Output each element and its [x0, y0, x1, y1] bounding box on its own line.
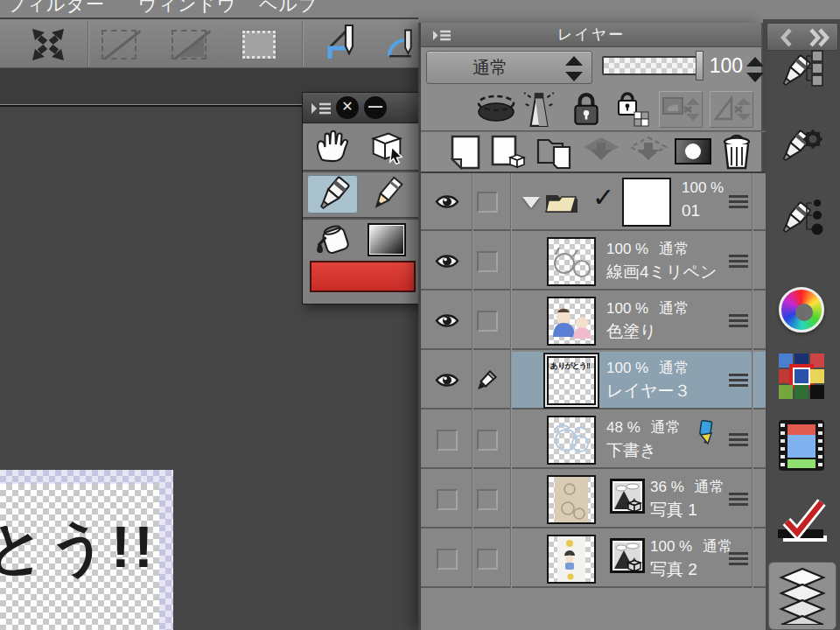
- canvas-document[interactable]: とう!!: [0, 470, 173, 630]
- delete-layer-button[interactable]: [722, 133, 752, 170]
- layer-menu-handle[interactable]: [729, 314, 748, 317]
- layer-row-lineart[interactable]: 100 %通常 線画4ミリペン: [421, 233, 766, 290]
- layer-thumbnail[interactable]: [547, 535, 596, 584]
- color-slider-palette-button[interactable]: [763, 420, 840, 471]
- snap-special-ruler-button[interactable]: [385, 24, 418, 65]
- lock-layer-button[interactable]: [570, 91, 603, 128]
- layer-row-photo2[interactable]: 100 %通常 写真 2: [421, 530, 766, 588]
- lock-transparent-icon: [615, 91, 650, 128]
- canvas-transparent-area[interactable]: とう!!: [0, 484, 159, 630]
- layer-palette-button-active[interactable]: [768, 562, 836, 630]
- blend-mode-spinner[interactable]: [565, 56, 583, 81]
- layer-menu-handle[interactable]: [729, 493, 748, 495]
- gradient-tool[interactable]: [361, 220, 412, 259]
- layer-blend: 通常: [703, 538, 731, 555]
- fill-tool[interactable]: [307, 220, 358, 259]
- folder-expand-arrow[interactable]: [522, 197, 540, 208]
- layer-checkbox[interactable]: [477, 489, 498, 510]
- panel-menu-icon[interactable]: [433, 29, 451, 42]
- new-folder-button[interactable]: [536, 135, 573, 170]
- opacity-slider-handle[interactable]: [696, 51, 704, 80]
- draft-layer-icon: [695, 418, 714, 446]
- layer-checkbox[interactable]: [477, 430, 498, 451]
- thumbnail-text: ありがとう!!: [550, 360, 590, 372]
- color-wheel-palette-button[interactable]: [763, 287, 840, 332]
- merge-down-button-disabled[interactable]: [582, 136, 620, 169]
- ruler-snap-button-disabled[interactable]: [710, 91, 753, 128]
- tool-property-palette-button[interactable]: [763, 122, 840, 168]
- visibility-eye-icon[interactable]: [435, 312, 459, 332]
- tool-property-icon: [779, 122, 824, 168]
- layer-thumbnail[interactable]: [547, 297, 596, 346]
- layer-thumbnail[interactable]: [547, 475, 596, 524]
- layer-checkbox[interactable]: [477, 192, 498, 213]
- visibility-eye-icon[interactable]: [435, 372, 459, 392]
- subtool-palette-button[interactable]: [763, 47, 840, 93]
- tool-palette-titlebar[interactable]: ✕ —: [303, 93, 422, 123]
- folder-check-icon[interactable]: ✓: [592, 182, 614, 213]
- visibility-toggle-hidden[interactable]: [437, 489, 458, 510]
- layer-mask-button[interactable]: [675, 138, 711, 164]
- transfer-down-button-disabled[interactable]: [629, 136, 668, 169]
- layer-row-draft[interactable]: 48 %通常 下書き: [421, 411, 766, 469]
- folder-thumbnail[interactable]: [622, 178, 671, 227]
- opacity-slider[interactable]: [602, 56, 704, 75]
- new-vector-layer-button[interactable]: [491, 135, 526, 170]
- layer-name: 色塗り: [606, 320, 656, 343]
- pencil-tool[interactable]: [361, 175, 412, 214]
- visibility-eye-icon[interactable]: [435, 193, 459, 214]
- marker-tool-selected[interactable]: [307, 175, 358, 214]
- clip-to-layer-button[interactable]: [473, 93, 519, 126]
- object-tool[interactable]: [361, 126, 412, 164]
- layer-name: 01: [682, 201, 700, 220]
- deselect-button[interactable]: [98, 24, 140, 65]
- layer-row-coloring[interactable]: 100 %通常 色塗り: [421, 292, 766, 350]
- layer-row-photo1[interactable]: 36 %通常 写真 1: [421, 471, 766, 528]
- layer-checkbox[interactable]: [477, 549, 498, 570]
- editing-pen-icon: [475, 369, 498, 396]
- new-raster-layer-button[interactable]: [451, 135, 480, 170]
- layer-blend: 通常: [659, 241, 689, 257]
- palette-menu-icon[interactable]: [312, 102, 331, 116]
- lock-transparent-button[interactable]: [615, 91, 650, 128]
- menu-filter[interactable]: フィルター: [7, 0, 105, 17]
- visibility-toggle-hidden[interactable]: [437, 549, 458, 570]
- canvas-drawn-text: とう!!: [0, 508, 157, 587]
- auto-action-palette-button[interactable]: [763, 497, 840, 544]
- auto-action-check-icon: [774, 497, 829, 544]
- brush-size-palette-button[interactable]: [763, 194, 840, 240]
- visibility-eye-icon[interactable]: [435, 253, 459, 273]
- layer-menu-handle[interactable]: [729, 374, 748, 376]
- layer-thumbnail[interactable]: ありがとう!!: [547, 356, 596, 405]
- close-icon[interactable]: ✕: [336, 96, 359, 119]
- palette-divider: [303, 170, 424, 172]
- menu-help[interactable]: ヘルプ: [259, 0, 318, 17]
- layer-thumbnail[interactable]: [547, 416, 596, 465]
- invert-selection-button[interactable]: [168, 24, 210, 65]
- layer-thumbnail[interactable]: [547, 237, 596, 286]
- layer-opacity: 48 %: [606, 419, 640, 436]
- color-set-palette-button[interactable]: [763, 354, 840, 399]
- snap-ruler-button[interactable]: [320, 24, 362, 65]
- layer-row-layer3-selected[interactable]: ありがとう!! 100 %通常 レイヤー３: [421, 352, 766, 410]
- layer-panel-title: レイヤー: [421, 23, 761, 47]
- fit-to-screen-button[interactable]: [27, 24, 69, 65]
- visibility-toggle-hidden[interactable]: [437, 430, 458, 451]
- layer-menu-handle[interactable]: [729, 552, 748, 555]
- current-color-swatch[interactable]: [310, 261, 416, 292]
- layer-checkbox[interactable]: [477, 311, 498, 332]
- tool-row-navigate: [304, 124, 422, 169]
- layer-menu-handle[interactable]: [729, 255, 748, 257]
- minimize-icon[interactable]: —: [364, 96, 387, 119]
- enable-mask-button-disabled[interactable]: [659, 91, 703, 128]
- reference-layer-button[interactable]: [522, 91, 556, 128]
- hand-tool[interactable]: [307, 126, 358, 164]
- menu-window[interactable]: ウィンドウ: [138, 0, 236, 17]
- layer-menu-handle[interactable]: [729, 433, 748, 436]
- layer-menu-handle[interactable]: [729, 195, 748, 198]
- layer-checkbox[interactable]: [477, 251, 498, 272]
- opacity-spinner[interactable]: [746, 57, 764, 82]
- layer-row-folder-01[interactable]: ✓ 100 % 01: [421, 173, 766, 231]
- selection-area-button[interactable]: [238, 24, 280, 65]
- blend-mode-dropdown[interactable]: 通常: [426, 51, 592, 84]
